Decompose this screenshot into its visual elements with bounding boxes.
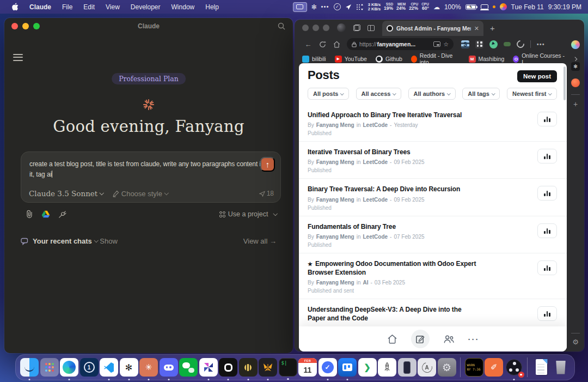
dock-rocket-app[interactable] [378, 358, 396, 377]
dock-1password[interactable]: 1 [80, 358, 99, 377]
scrollbar[interactable] [564, 66, 566, 100]
reload-button[interactable] [315, 41, 329, 48]
dock-finder[interactable] [20, 358, 39, 377]
prompt-input[interactable]: create a test blog post, title is test f… [21, 151, 281, 203]
sidebar-settings-icon[interactable]: ⚙ [572, 338, 579, 346]
sidebar-profile-icon[interactable] [571, 40, 580, 49]
dock-claude[interactable]: ✳ [139, 358, 158, 377]
post-title[interactable]: Binary Tree Traversal: A Deep Dive into … [308, 185, 479, 193]
post-row[interactable]: ★Empowering Odoo Documentation with Odoo… [299, 253, 567, 299]
dock-o-app[interactable] [219, 358, 237, 377]
dock-pinwheel-app[interactable] [199, 358, 218, 377]
extension-grammar-icon[interactable] [504, 42, 511, 46]
style-selector[interactable]: Choose style [112, 190, 168, 198]
post-analytics-button[interactable] [537, 306, 557, 321]
hamburger-menu-icon[interactable] [13, 52, 23, 63]
extension-s-icon[interactable]: S [461, 40, 469, 48]
model-selector[interactable]: Claude 3.5 Sonnet [29, 189, 103, 198]
menu-app-name[interactable]: Claude [24, 3, 56, 11]
dock-chatgpt[interactable]: ✻ [120, 358, 138, 377]
menu-file[interactable]: File [57, 3, 77, 11]
sidebar-red-app-icon[interactable] [571, 78, 580, 87]
dock-ticktick[interactable]: ✓ [318, 358, 337, 377]
dock-pen-app[interactable]: ✐ [485, 358, 503, 377]
battery-icon[interactable]: ϟ [465, 4, 476, 10]
more-menubar-icon[interactable]: ••• [321, 4, 329, 10]
nav-members-icon[interactable] [443, 334, 455, 344]
post-title[interactable]: Iterative Traversal of Binary Trees [308, 148, 479, 156]
extensions-menu-icon[interactable] [515, 39, 526, 50]
minimize-window-button[interactable] [22, 23, 29, 29]
connector-icon[interactable] [58, 210, 66, 219]
menubar-clock[interactable]: 9:30:19 PM [548, 3, 581, 11]
post-title[interactable]: ★Empowering Odoo Documentation with Odoo… [308, 259, 479, 277]
apple-menu-icon[interactable] [7, 3, 23, 11]
dock-edge-browser[interactable] [60, 358, 78, 377]
close-window-button[interactable] [11, 23, 18, 29]
menubar-date[interactable]: Tue Feb 11 [511, 3, 544, 11]
use-project-button[interactable]: Use a project [219, 210, 277, 218]
dock-vscode[interactable] [100, 358, 118, 377]
display-icon[interactable] [481, 4, 488, 9]
dock-arrow-app[interactable]: ❯ [358, 358, 377, 377]
dock-discord[interactable] [160, 358, 178, 377]
browser-tab[interactable]: Ghost Admin - Fanyang Meng's ✕ [382, 21, 483, 36]
post-row[interactable]: Understanding DeepSeek-V3: A Deep Dive i… [299, 299, 567, 328]
dock-launchpad[interactable] [40, 358, 59, 377]
post-row[interactable]: Unified Approach to Binary Tree Iterativ… [299, 105, 567, 142]
filter-all-access[interactable]: All access [356, 88, 401, 100]
menu-view[interactable]: View [101, 3, 125, 11]
extension-blocker-icon[interactable] [475, 40, 483, 48]
dock-app-loop[interactable]: A [418, 358, 436, 377]
dock-bee-app[interactable] [239, 358, 258, 377]
dock-butterfly-app[interactable] [259, 358, 277, 377]
sidebar-ai-icon[interactable]: ✻ [571, 62, 580, 71]
dock-obs[interactable] [505, 358, 523, 377]
dock-terminal[interactable]: $| [279, 358, 297, 377]
view-all-link[interactable]: View all → [243, 237, 277, 245]
stats-grid-icon[interactable] [356, 4, 364, 10]
post-row[interactable]: Binary Tree Traversal: A Deep Dive into … [299, 179, 567, 216]
post-analytics-button[interactable] [537, 186, 557, 201]
post-row[interactable]: Fundamentals of Binary Tree ByFanyang Me… [299, 216, 567, 253]
chatgpt-menubar-icon[interactable]: ✻ [311, 4, 317, 10]
post-title[interactable]: Unified Approach to Binary Tree Iterativ… [308, 111, 479, 119]
address-bar[interactable]: https:// fanyangmen... ☆ [347, 38, 454, 50]
menu-help[interactable]: Help [200, 3, 224, 11]
close-window-button[interactable] [302, 25, 309, 31]
google-drive-icon[interactable] [41, 210, 50, 218]
dock-wechat[interactable] [179, 358, 198, 377]
filter-all-authors[interactable]: All authors [408, 88, 456, 100]
home-button[interactable] [329, 41, 344, 48]
filter-all-tags[interactable]: All tags [462, 88, 500, 100]
menu-window[interactable]: Window [167, 3, 200, 11]
show-toggle[interactable]: Show [100, 237, 118, 245]
sidebar-add-icon[interactable]: + [573, 100, 578, 108]
back-button[interactable]: ← [301, 40, 315, 48]
attachment-icon[interactable] [25, 210, 33, 219]
filter-sort-order[interactable]: Newest first [507, 88, 557, 100]
nav-more-icon[interactable]: ··· [468, 335, 480, 344]
menu-edit[interactable]: Edit [78, 3, 100, 11]
bookmark-star-icon[interactable]: ☆ [443, 41, 449, 48]
dock-documents[interactable] [532, 358, 550, 377]
dock-calendar[interactable]: FEB 11 [298, 358, 317, 377]
send-button[interactable]: ↑ [260, 157, 275, 172]
menu-developer[interactable]: Developer [126, 3, 166, 11]
dock-clock-widget[interactable]: WARNNY 7:36 [465, 358, 483, 377]
nav-posts-icon[interactable] [411, 330, 430, 348]
chevron-down-icon[interactable] [94, 238, 99, 242]
new-post-button[interactable]: New post [517, 70, 557, 82]
profile-avatar[interactable] [337, 23, 346, 32]
overflow-menu-icon[interactable]: ••• [537, 41, 545, 47]
location-icon[interactable] [345, 4, 352, 10]
dock-iphone-mirroring[interactable] [398, 358, 416, 377]
post-row[interactable]: Iterative Traversal of Binary Trees ByFa… [299, 142, 567, 179]
zoom-window-button[interactable] [33, 23, 40, 29]
close-tab-icon[interactable]: ✕ [474, 25, 479, 32]
post-title[interactable]: Understanding DeepSeek-V3: A Deep Dive i… [308, 305, 479, 323]
nav-dashboard-icon[interactable] [387, 334, 398, 345]
bookmark-youtube[interactable]: ▶YouTube [335, 56, 367, 63]
sidebar-toggle-icon[interactable] [367, 25, 375, 31]
post-title[interactable]: Fundamentals of Binary Tree [308, 222, 479, 231]
